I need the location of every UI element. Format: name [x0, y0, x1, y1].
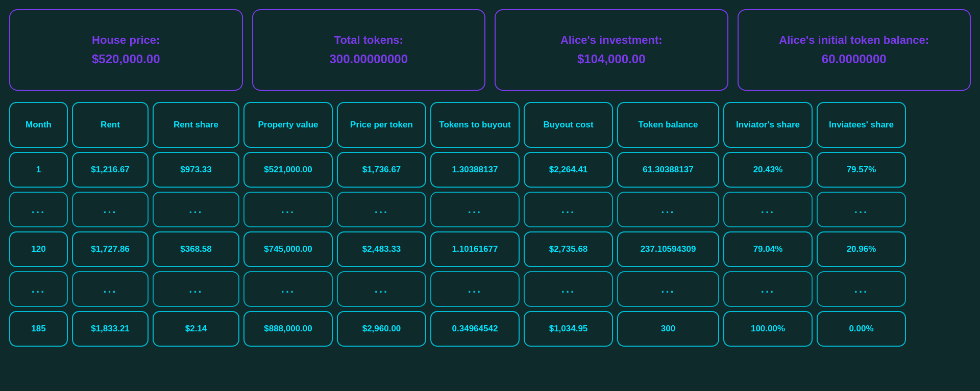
table-row-2-cell-0: 120 — [9, 231, 68, 267]
summary-card-value-3: 60.0000000 — [822, 52, 887, 66]
summary-card-label-1: Total tokens: — [334, 34, 403, 47]
table-row-4-cell-5: 0.34964542 — [430, 311, 520, 347]
table-row-0-cell-5: 1.30388137 — [430, 152, 520, 188]
table-header-4: Price per token — [337, 102, 426, 148]
table-row-2-cell-5: 1.10161677 — [430, 231, 520, 267]
table-row-2-cell-2: $368.58 — [153, 231, 239, 267]
table-row-4-cell-3: $888,000.00 — [243, 311, 333, 347]
table-header-7: Token balance — [617, 102, 719, 148]
table-row-3-cell-2: ... — [153, 271, 239, 307]
table-row-2-cell-8: 79.04% — [723, 231, 813, 267]
table-row-1-cell-7: ... — [617, 192, 719, 227]
table-row-3-cell-4: ... — [337, 271, 426, 307]
table-row-2-cell-1: $1,727.86 — [72, 231, 149, 267]
table-row-1-cell-4: ... — [337, 192, 426, 227]
summary-card-0: House price:$520,000.00 — [9, 9, 243, 91]
table-row-0-cell-6: $2,264.41 — [524, 152, 613, 188]
summary-card-2: Alice's investment:$104,000.00 — [495, 9, 728, 91]
table-row-1-cell-0: ... — [9, 192, 68, 227]
table-row-1-cell-1: ... — [72, 192, 149, 227]
table-row-1-cell-5: ... — [430, 192, 520, 227]
table-row-4-cell-9: 0.00% — [817, 311, 906, 347]
table-row-3-cell-0: ... — [9, 271, 68, 307]
table-header-9: Inviatees' share — [817, 102, 906, 148]
table-row-0-cell-9: 79.57% — [817, 152, 906, 188]
summary-card-label-3: Alice's initial token balance: — [779, 34, 929, 47]
table-row-3-cell-7: ... — [617, 271, 719, 307]
table-row-0-cell-7: 61.30388137 — [617, 152, 719, 188]
table-row-2-cell-9: 20.96% — [817, 231, 906, 267]
summary-card-value-2: $104,000.00 — [577, 52, 645, 66]
table-row-2-cell-4: $2,483.33 — [337, 231, 426, 267]
summary-card-value-1: 300.00000000 — [330, 52, 408, 66]
table-row-3-cell-5: ... — [430, 271, 520, 307]
table-row-1-cell-6: ... — [524, 192, 613, 227]
table-header-1: Rent — [72, 102, 149, 148]
summary-card-label-2: Alice's investment: — [560, 34, 663, 47]
table-row-0-cell-2: $973.33 — [153, 152, 239, 188]
table-row-0-cell-4: $1,736.67 — [337, 152, 426, 188]
summary-card-3: Alice's initial token balance:60.0000000 — [738, 9, 971, 91]
table-row-3-cell-6: ... — [524, 271, 613, 307]
table-row-0-cell-3: $521,000.00 — [243, 152, 333, 188]
table-row-4-cell-0: 185 — [9, 311, 68, 347]
table-row-3-cell-8: ... — [723, 271, 813, 307]
table-row-4-cell-8: 100.00% — [723, 311, 813, 347]
table-row-0-cell-8: 20.43% — [723, 152, 813, 188]
table-row-0-cell-1: $1,216.67 — [72, 152, 149, 188]
table-row-3-cell-9: ... — [817, 271, 906, 307]
table-row-2-cell-3: $745,000.00 — [243, 231, 333, 267]
table-header-3: Property value — [243, 102, 333, 148]
table-row-1-cell-2: ... — [153, 192, 239, 227]
summary-card-1: Total tokens:300.00000000 — [252, 9, 486, 91]
table-header-2: Rent share — [153, 102, 239, 148]
table-header-6: Buyout cost — [524, 102, 613, 148]
table-grid: MonthRentRent shareProperty valuePrice p… — [9, 102, 971, 347]
table-row-4-cell-6: $1,034.95 — [524, 311, 613, 347]
table-row-1-cell-3: ... — [243, 192, 333, 227]
table-header-8: Inviator's share — [723, 102, 813, 148]
table-row-2-cell-6: $2,735.68 — [524, 231, 613, 267]
table-header-0: Month — [9, 102, 68, 148]
table-row-2-cell-7: 237.10594309 — [617, 231, 719, 267]
table-row-4-cell-4: $2,960.00 — [337, 311, 426, 347]
table-row-3-cell-3: ... — [243, 271, 333, 307]
table-row-4-cell-7: 300 — [617, 311, 719, 347]
table-header-5: Tokens to buyout — [430, 102, 520, 148]
table-row-1-cell-8: ... — [723, 192, 813, 227]
table-row-1-cell-9: ... — [817, 192, 906, 227]
summary-row: House price:$520,000.00Total tokens:300.… — [9, 9, 971, 91]
table-row-3-cell-1: ... — [72, 271, 149, 307]
table-row-0-cell-0: 1 — [9, 152, 68, 188]
summary-card-label-0: House price: — [92, 34, 160, 47]
table-row-4-cell-1: $1,833.21 — [72, 311, 149, 347]
table-wrapper: MonthRentRent shareProperty valuePrice p… — [9, 102, 971, 347]
table-row-4-cell-2: $2.14 — [153, 311, 239, 347]
summary-card-value-0: $520,000.00 — [92, 52, 160, 66]
